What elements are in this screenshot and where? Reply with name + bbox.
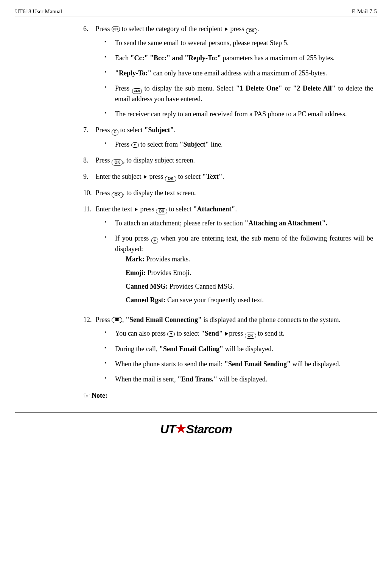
header-right: E-Mail 7-5	[352, 8, 377, 16]
feature-canned-msg: Canned MSG: Provides Canned MSG.	[126, 281, 373, 291]
bullet-dot-icon: •	[104, 233, 115, 308]
direction-key-icon	[112, 26, 120, 32]
bullet-item: • When the phone starts to send the mail…	[104, 359, 373, 369]
bullet-text: Press CLR to display the sub menu. Selec…	[115, 83, 373, 104]
step-number: 8.	[83, 155, 94, 165]
bullet-dot-icon: •	[104, 109, 115, 119]
bullet-item: • Press CLR to display the sub menu. Sel…	[104, 83, 373, 104]
step-number: 6.	[83, 24, 94, 34]
play-triangle-icon	[135, 208, 138, 211]
bullet-text: The receiver can reply to an email recei…	[115, 109, 373, 119]
bullet-dot-icon: •	[104, 83, 115, 104]
ok-key-icon: OK	[112, 192, 123, 198]
bullet-item: • "Reply-To:" can only have one email ad…	[104, 68, 373, 78]
bullet-item: • Press to select from "Subject" line.	[104, 139, 373, 149]
ok-key-icon: OK	[112, 159, 123, 166]
bullet-dot-icon: •	[104, 38, 115, 48]
step-11: 11. Enter the text press OK to select "A…	[83, 204, 373, 309]
bullet-item: • To attach an attachment; please refer …	[104, 218, 373, 228]
bullet-text: During the call, "Send Email Calling" wi…	[115, 344, 373, 354]
bullet-item: • If you press F when you are entering t…	[104, 233, 373, 308]
logo-ut: UT	[160, 422, 176, 436]
play-triangle-icon	[225, 332, 228, 336]
call-key-icon	[112, 317, 122, 323]
bullet-text: Each "Cc:" "Bcc:" and "Reply-To:" parame…	[115, 53, 373, 63]
bullet-dot-icon: •	[104, 328, 115, 339]
c-key-icon: C	[112, 129, 118, 136]
f-key-icon: F	[151, 237, 158, 244]
header-left: UT618 User Manual	[15, 8, 62, 16]
bullet-dot-icon: •	[104, 374, 115, 384]
step-text: .	[257, 25, 259, 33]
ok-key-icon: OK	[245, 333, 256, 339]
step-10: 10. Press OK, to display the text screen…	[83, 188, 373, 198]
step-text: Press	[96, 25, 112, 33]
step-9: 9. Enter the subject press OK to select …	[83, 172, 373, 182]
step-12: 12. Press , "Send Email Connecting" is d…	[83, 315, 373, 384]
page-header: UT618 User Manual E-Mail 7-5	[15, 8, 377, 17]
bullet-item: • When the mail is sent, "End Trans." wi…	[104, 374, 373, 384]
bullet-dot-icon: •	[104, 139, 115, 149]
bullet-dot-icon: •	[104, 344, 115, 354]
subfeature-list: Mark: Provides marks. Emoji: Provides Em…	[126, 254, 373, 305]
step-text: to select the category of the recipient	[122, 25, 224, 33]
bullet-text: When the mail is sent, "End Trans." will…	[115, 374, 373, 384]
bullet-dot-icon: •	[104, 359, 115, 369]
logo-rest: Starcom	[186, 422, 232, 436]
feature-emoji: Emoji: Provides Emoji.	[126, 268, 373, 278]
down-key-icon	[131, 142, 139, 148]
logo-star-icon: ★	[176, 420, 186, 437]
bullet-text: To send the same email to several person…	[115, 38, 373, 48]
bullet-item: • Each "Cc:" "Bcc:" and "Reply-To:" para…	[104, 53, 373, 63]
bullet-text: Press to select from "Subject" line.	[115, 139, 373, 149]
feature-canned-rgst: Canned Rgst: Can save your frequently us…	[126, 295, 373, 305]
bullet-item: • To send the same email to several pers…	[104, 38, 373, 48]
play-triangle-icon	[144, 175, 147, 179]
step-8: 8. Press OK, to display subject screen.	[83, 155, 373, 166]
bullet-text: When the phone starts to send the mail; …	[115, 359, 373, 369]
note-heading: ☞Note:	[83, 390, 373, 401]
footer-logo: UT★Starcom	[15, 420, 377, 438]
step-7: 7. Press C to select "Subject". • Press …	[83, 125, 373, 149]
footer-rule	[15, 412, 377, 413]
step-number: 10.	[83, 188, 94, 198]
bullet-item: • The receiver can reply to an email rec…	[104, 109, 373, 119]
ok-key-icon: OK	[156, 208, 167, 214]
clr-key-icon: CLR	[132, 88, 142, 94]
pointing-hand-icon: ☞	[83, 391, 90, 400]
note-label: Note:	[92, 392, 107, 399]
ok-key-icon: OK	[165, 176, 176, 182]
bullet-dot-icon: •	[104, 218, 115, 228]
step-6: 6. Press to select the category of the r…	[83, 24, 373, 119]
bullet-dot-icon: •	[104, 68, 115, 78]
bullet-text: "Reply-To:" can only have one email addr…	[115, 68, 373, 78]
ok-key-icon: OK	[246, 28, 257, 34]
bullet-dot-icon: •	[104, 53, 115, 63]
step-number: 11.	[83, 204, 94, 214]
bullet-text: If you press F when you are entering tex…	[115, 233, 373, 308]
step-text: press	[230, 25, 246, 33]
step-number: 9.	[83, 172, 94, 181]
page-content: 6. Press to select the category of the r…	[15, 24, 377, 402]
bullet-item: • You can also press to select "Send" pr…	[104, 328, 373, 339]
bullet-text: To attach an attachment; please refer to…	[115, 218, 373, 228]
bullet-item: • During the call, "Send Email Calling" …	[104, 344, 373, 354]
step-number: 7.	[83, 125, 94, 135]
feature-mark: Mark: Provides marks.	[126, 254, 373, 264]
bullet-text: You can also press to select "Send" pres…	[115, 328, 373, 339]
step-number: 12.	[83, 315, 94, 325]
down-key-icon	[167, 331, 175, 337]
play-triangle-icon	[225, 27, 228, 31]
